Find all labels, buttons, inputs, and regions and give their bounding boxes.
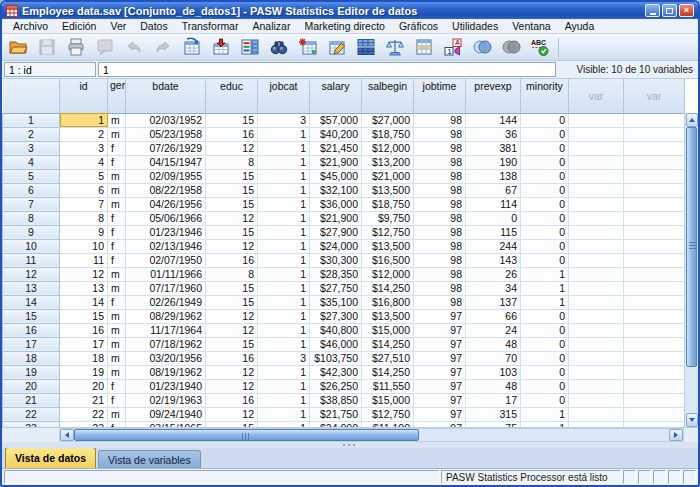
cell[interactable]: 16: [206, 253, 258, 267]
goto-case-button[interactable]: [179, 36, 204, 59]
cell[interactable]: 16: [60, 323, 108, 337]
cell[interactable]: 381: [466, 141, 521, 155]
cell[interactable]: 05/06/1966: [126, 211, 206, 225]
cell[interactable]: 12: [206, 211, 258, 225]
cell[interactable]: 66: [466, 309, 521, 323]
cell[interactable]: 08/19/1962: [126, 365, 206, 379]
cell[interactable]: 24: [466, 323, 521, 337]
cell[interactable]: 97: [414, 351, 466, 365]
cell[interactable]: $26,250: [310, 379, 362, 393]
cell[interactable]: $18,750: [362, 127, 414, 141]
cell[interactable]: 1: [258, 281, 310, 295]
cell[interactable]: $21,900: [310, 211, 362, 225]
row-number[interactable]: 18: [3, 351, 60, 365]
cell[interactable]: 1: [258, 267, 310, 281]
row-number[interactable]: 12: [3, 267, 60, 281]
cell[interactable]: [569, 197, 624, 211]
cell[interactable]: 0: [521, 141, 569, 155]
cell[interactable]: 48: [466, 337, 521, 351]
cell[interactable]: $21,450: [310, 141, 362, 155]
cell[interactable]: [624, 225, 685, 239]
row-number[interactable]: 13: [3, 281, 60, 295]
cell[interactable]: f: [108, 393, 126, 407]
cell[interactable]: 1: [258, 225, 310, 239]
row-number[interactable]: 6: [3, 183, 60, 197]
cell[interactable]: 1: [258, 253, 310, 267]
cell[interactable]: [569, 211, 624, 225]
cell[interactable]: 98: [414, 211, 466, 225]
variables-button[interactable]: [237, 36, 262, 59]
cell[interactable]: 1: [258, 421, 310, 428]
cell[interactable]: f: [108, 239, 126, 253]
cell[interactable]: 1: [521, 267, 569, 281]
cell[interactable]: 98: [414, 141, 466, 155]
cell[interactable]: [624, 253, 685, 267]
menu-edicion[interactable]: Edición: [55, 19, 103, 33]
cell[interactable]: 16: [206, 127, 258, 141]
cell[interactable]: 97: [414, 421, 466, 428]
cell[interactable]: 1: [521, 281, 569, 295]
cell[interactable]: 02/03/1952: [126, 113, 206, 127]
cell[interactable]: [569, 253, 624, 267]
cell[interactable]: 98: [414, 267, 466, 281]
cell[interactable]: 0: [521, 253, 569, 267]
cell[interactable]: m: [108, 281, 126, 295]
cell[interactable]: $27,750: [310, 281, 362, 295]
cell[interactable]: 114: [466, 197, 521, 211]
close-button[interactable]: ×: [679, 4, 694, 17]
selected-cell[interactable]: 1: [60, 113, 108, 127]
select-cases-button[interactable]: [411, 36, 436, 59]
cell[interactable]: 98: [414, 197, 466, 211]
cell[interactable]: 15: [206, 197, 258, 211]
cell[interactable]: [624, 379, 685, 393]
cell[interactable]: 08/29/1962: [126, 309, 206, 323]
cell[interactable]: 97: [414, 379, 466, 393]
cell[interactable]: 13: [60, 281, 108, 295]
row-number[interactable]: 8: [3, 211, 60, 225]
cell[interactable]: 97: [414, 407, 466, 421]
row-number[interactable]: 4: [3, 155, 60, 169]
cell[interactable]: 02/13/1946: [126, 239, 206, 253]
vscroll-thumb[interactable]: [686, 127, 697, 367]
cell[interactable]: 26: [466, 267, 521, 281]
split-file-button[interactable]: [353, 36, 378, 59]
cell[interactable]: 04/26/1956: [126, 197, 206, 211]
column-header-var2[interactable]: var: [624, 79, 685, 113]
cell[interactable]: 0: [521, 365, 569, 379]
cell[interactable]: $30,300: [310, 253, 362, 267]
tab-vista-de-variables[interactable]: Vista de variables: [98, 450, 201, 468]
menu-analizar[interactable]: Analizar: [245, 19, 297, 33]
cell[interactable]: [569, 365, 624, 379]
cell[interactable]: 02/07/1950: [126, 253, 206, 267]
cell[interactable]: 12: [206, 407, 258, 421]
cell[interactable]: [569, 141, 624, 155]
column-header-gender[interactable]: gender: [108, 79, 126, 113]
cell[interactable]: 02/26/1949: [126, 295, 206, 309]
row-number[interactable]: 11: [3, 253, 60, 267]
cell[interactable]: $27,900: [310, 225, 362, 239]
cell[interactable]: 1: [258, 183, 310, 197]
cell[interactable]: 1: [258, 309, 310, 323]
cell[interactable]: 3: [60, 141, 108, 155]
cell[interactable]: m: [108, 337, 126, 351]
cell[interactable]: [569, 337, 624, 351]
cell[interactable]: 1: [258, 141, 310, 155]
cell[interactable]: 98: [414, 169, 466, 183]
menu-archivo[interactable]: Archivo: [6, 19, 55, 33]
cell[interactable]: $14,250: [362, 281, 414, 295]
cell[interactable]: 1: [258, 127, 310, 141]
cell[interactable]: 15: [206, 169, 258, 183]
cell-editor-input[interactable]: 1: [98, 62, 556, 77]
cell[interactable]: 12: [60, 267, 108, 281]
cell[interactable]: 1: [258, 295, 310, 309]
cell[interactable]: 03/20/1956: [126, 351, 206, 365]
cell[interactable]: [569, 421, 624, 428]
row-number[interactable]: 20: [3, 379, 60, 393]
row-number[interactable]: 15: [3, 309, 60, 323]
cell[interactable]: 1: [258, 379, 310, 393]
cell[interactable]: 0: [521, 183, 569, 197]
cell[interactable]: 02/19/1963: [126, 393, 206, 407]
cell[interactable]: 12: [206, 323, 258, 337]
cell[interactable]: $36,000: [310, 197, 362, 211]
cell[interactable]: [624, 169, 685, 183]
